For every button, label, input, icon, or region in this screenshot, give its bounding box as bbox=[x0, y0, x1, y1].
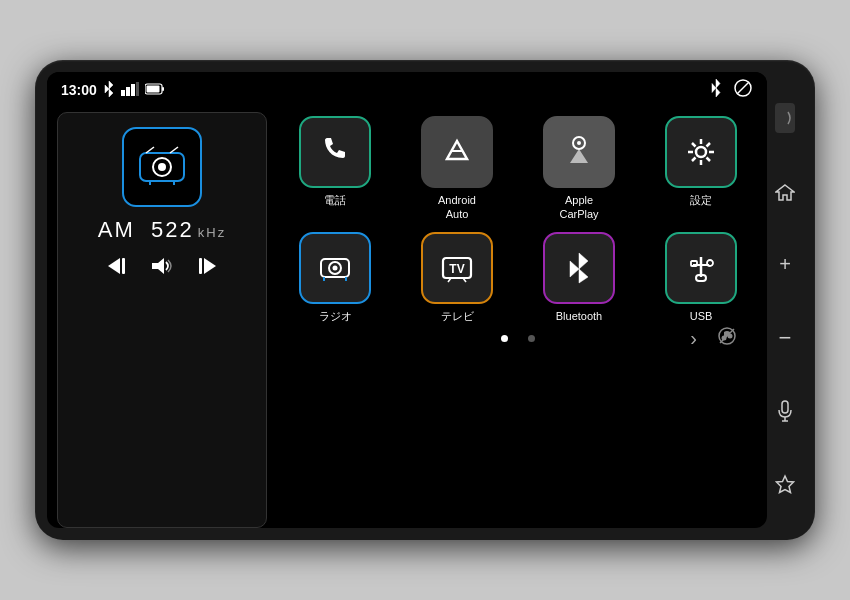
phone-label: 電話 bbox=[324, 193, 346, 207]
svg-line-8 bbox=[737, 82, 749, 94]
no-signal-icon bbox=[733, 78, 753, 102]
next-page-button[interactable]: › bbox=[690, 327, 697, 350]
tv-label: テレビ bbox=[441, 309, 474, 323]
favorite-button[interactable] bbox=[771, 470, 799, 498]
svg-line-32 bbox=[707, 158, 711, 162]
playback-controls bbox=[106, 257, 218, 280]
main-content: AM 522kHz bbox=[47, 106, 767, 528]
svg-rect-0 bbox=[121, 90, 125, 96]
volume-down-button[interactable]: − bbox=[771, 324, 799, 352]
svg-marker-19 bbox=[204, 258, 216, 274]
android-auto-label: Android Auto bbox=[438, 193, 476, 222]
status-right bbox=[709, 78, 753, 102]
now-playing-panel: AM 522kHz bbox=[57, 112, 267, 528]
no-music-icon bbox=[717, 326, 737, 351]
svg-marker-53 bbox=[776, 185, 794, 200]
usb-icon-box bbox=[665, 232, 737, 304]
svg-rect-1 bbox=[126, 87, 130, 96]
svg-line-34 bbox=[692, 158, 696, 162]
usb-label: USB bbox=[690, 309, 713, 323]
svg-rect-20 bbox=[199, 258, 202, 274]
svg-text:TV: TV bbox=[449, 262, 464, 276]
svg-rect-6 bbox=[146, 86, 159, 93]
svg-marker-16 bbox=[108, 258, 120, 274]
bluetooth-icon-box bbox=[543, 232, 615, 304]
bluetooth-label: Bluetooth bbox=[556, 309, 602, 323]
svg-rect-47 bbox=[691, 261, 697, 266]
bluetooth-top-right-icon bbox=[709, 79, 723, 101]
app-item-settings[interactable]: 設定 bbox=[645, 116, 757, 222]
app-item-bluetooth[interactable]: Bluetooth bbox=[523, 232, 635, 323]
svg-line-33 bbox=[707, 143, 711, 147]
side-buttons-panel: + − bbox=[767, 72, 803, 528]
tv-icon-box: TV bbox=[421, 232, 493, 304]
svg-marker-18 bbox=[152, 258, 164, 274]
app-grid-panel: 電話 Android Auto bbox=[279, 112, 757, 528]
app-item-usb[interactable]: USB bbox=[645, 232, 757, 323]
svg-rect-5 bbox=[162, 87, 164, 91]
phone-icon-box bbox=[299, 116, 371, 188]
svg-point-37 bbox=[333, 265, 338, 270]
svg-rect-2 bbox=[131, 84, 135, 96]
app-grid: 電話 Android Auto bbox=[279, 112, 757, 327]
svg-marker-57 bbox=[777, 476, 794, 493]
svg-point-25 bbox=[577, 141, 581, 145]
apple-icon-box bbox=[543, 116, 615, 188]
status-bar: 13:00 bbox=[47, 72, 767, 106]
next-button[interactable] bbox=[196, 257, 218, 280]
app-item-apple-carplay[interactable]: Apple CarPlay bbox=[523, 116, 635, 222]
svg-point-26 bbox=[696, 147, 706, 157]
settings-icon-box bbox=[665, 116, 737, 188]
freq-value: 522 bbox=[151, 217, 194, 242]
signal-icon bbox=[121, 82, 139, 99]
android-icon-box bbox=[421, 116, 493, 188]
svg-rect-3 bbox=[136, 82, 139, 96]
svg-point-11 bbox=[158, 163, 166, 171]
status-left: 13:00 bbox=[61, 81, 165, 100]
svg-line-31 bbox=[692, 143, 696, 147]
svg-point-48 bbox=[707, 260, 713, 266]
back-button[interactable] bbox=[775, 103, 795, 133]
band-label: AM bbox=[98, 217, 135, 242]
battery-icon bbox=[145, 82, 165, 98]
volume-button[interactable] bbox=[150, 257, 174, 280]
svg-rect-54 bbox=[782, 401, 788, 413]
main-screen: 13:00 bbox=[47, 72, 767, 528]
app-item-phone[interactable]: 電話 bbox=[279, 116, 391, 222]
app-item-radio[interactable]: ラジオ bbox=[279, 232, 391, 323]
volume-up-button[interactable]: + bbox=[771, 251, 799, 279]
radio-icon-box bbox=[122, 127, 202, 207]
radio-app-icon-box bbox=[299, 232, 371, 304]
radio-label: ラジオ bbox=[319, 309, 352, 323]
car-audio-device: 13:00 bbox=[35, 60, 815, 540]
bluetooth-status-icon bbox=[103, 81, 115, 100]
svg-marker-24 bbox=[570, 149, 588, 163]
page-dot-2[interactable] bbox=[528, 335, 535, 342]
svg-rect-46 bbox=[696, 275, 706, 281]
svg-rect-17 bbox=[122, 258, 125, 274]
prev-button[interactable] bbox=[106, 257, 128, 280]
app-item-android-auto[interactable]: Android Auto bbox=[401, 116, 513, 222]
apple-carplay-label: Apple CarPlay bbox=[559, 193, 598, 222]
bottom-navigation: › bbox=[279, 327, 757, 348]
app-item-tv[interactable]: TV テレビ bbox=[401, 232, 513, 323]
freq-unit: kHz bbox=[198, 225, 226, 240]
clock-display: 13:00 bbox=[61, 82, 97, 98]
frequency-display: AM 522kHz bbox=[98, 217, 226, 243]
home-button[interactable] bbox=[771, 178, 799, 206]
page-dot-1[interactable] bbox=[501, 335, 508, 342]
mic-button[interactable] bbox=[771, 397, 799, 425]
settings-label: 設定 bbox=[690, 193, 712, 207]
